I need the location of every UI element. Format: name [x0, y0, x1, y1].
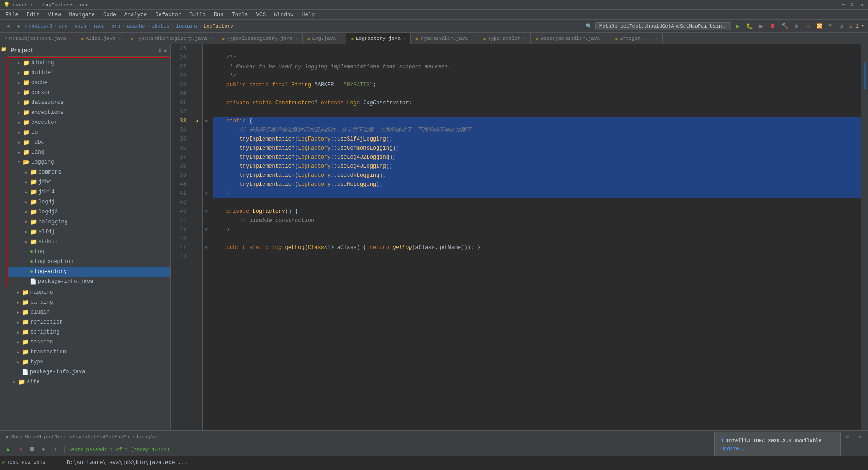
tree-item-logexception[interactable]: ● LogException [8, 257, 170, 267]
search-everywhere-icon[interactable]: 🔍 [585, 22, 594, 31]
code-content[interactable]: /** * Marker to be used by logging imple… [210, 44, 861, 430]
tree-item-session[interactable]: ▶ 📁 session [7, 337, 170, 347]
tree-item-log-file[interactable]: ● Log [8, 247, 170, 257]
menu-item-run[interactable]: Run [210, 11, 227, 19]
breadcrumb-apache[interactable]: apache [127, 24, 145, 29]
tab-close-icon[interactable]: ✕ [655, 36, 658, 41]
fold-arrow-47[interactable]: ▼ [203, 243, 210, 252]
tab-logfactory[interactable]: ☕ LogFactory.java ✕ [346, 33, 411, 44]
menu-item-help[interactable]: Help [298, 11, 318, 19]
tab-close-icon[interactable]: ✕ [603, 36, 605, 41]
tab-close-icon[interactable]: ✕ [471, 36, 473, 41]
run-configuration[interactable]: MetaObjectTest.shouldGetAndSetMapPairUsi… [595, 22, 731, 30]
menu-item-navigate[interactable]: Navigate [65, 11, 99, 19]
tab-close-icon[interactable]: ✕ [295, 36, 298, 41]
run-again-button[interactable]: ▶ [4, 445, 14, 455]
tab-close-icon[interactable]: ✕ [210, 36, 212, 41]
more-options-button[interactable]: ⚠ [803, 21, 813, 31]
stop-run-button[interactable]: ⏹ [27, 445, 37, 455]
tree-item-exceptions[interactable]: ▶ 📁 exceptions [8, 108, 170, 118]
menu-item-edit[interactable]: Edit [23, 11, 43, 19]
breadcrumb-org[interactable]: org [111, 24, 120, 29]
nav-forward-button[interactable]: ▶ [14, 22, 24, 31]
fold-arrow-43[interactable]: ▼ [203, 207, 210, 216]
stop-button[interactable]: ⏹ [768, 21, 778, 31]
test-item-meta[interactable]: ✓ Meta 25ms [2, 467, 61, 470]
tree-item-logfactory-file[interactable]: ● LogFactory [8, 267, 170, 277]
tree-item-jdk14[interactable]: ▶ 📁 jdk14 [8, 187, 170, 197]
menu-item-file[interactable]: File [2, 11, 22, 19]
frame-deactivated-button[interactable]: ⊞ [837, 22, 846, 31]
tree-item-type[interactable]: ▶ 📁 type [7, 357, 170, 367]
breadcrumb-logging[interactable]: logging [176, 24, 197, 29]
tab-close-icon[interactable]: ✕ [523, 36, 526, 41]
breadcrumb-ibatis[interactable]: ibatis [151, 24, 170, 29]
tree-item-slf4j[interactable]: ▶ 📁 slf4j [8, 227, 170, 237]
breadcrumb-java[interactable]: java [93, 24, 104, 29]
menu-item-tools[interactable]: Tools [228, 11, 252, 19]
tree-item-mapping[interactable]: ▶ 📁 mapping [7, 287, 170, 297]
tab-close-icon[interactable]: ✕ [118, 36, 121, 41]
tab-typealiasregistry[interactable]: ☕ TypeAliasRegistry.java ✕ [217, 33, 303, 44]
sort-button[interactable]: ↕ [51, 445, 61, 455]
tree-item-parsing[interactable]: ▶ 📁 parsing [7, 297, 170, 307]
tree-item-jdbc[interactable]: ▶ 📁 jdbc [8, 137, 170, 147]
fold-arrow-33[interactable]: ▼ [203, 117, 210, 126]
menu-item-window[interactable]: Window [270, 11, 297, 19]
menu-item-analyze[interactable]: Analyze [121, 11, 151, 19]
breadcrumb-main[interactable]: main [74, 24, 86, 29]
rerun-failed-button[interactable]: ↺ [15, 445, 25, 455]
tab-metaobjecttest[interactable]: ✓ MetaObjectTest.java ✕ [0, 33, 76, 44]
breadcrumb-src[interactable]: src [59, 24, 68, 29]
vcs-button[interactable]: 🔀 [815, 22, 824, 31]
tree-item-commons[interactable]: ▶ 📁 commons [8, 167, 170, 177]
tree-item-site[interactable]: ▶ 📁 site [7, 377, 170, 387]
tab-close-icon[interactable]: ✕ [339, 36, 341, 41]
project-icon[interactable]: 📁 [0, 46, 7, 52]
tree-item-logging[interactable]: ▼ 📂 logging [8, 157, 170, 167]
menu-item-code[interactable]: Code [99, 11, 120, 19]
tree-item-nologging[interactable]: ▶ 📁 nologging [8, 217, 170, 227]
tree-item-transaction[interactable]: ▶ 📁 transaction [7, 347, 170, 357]
tree-item-lang[interactable]: ▶ 📁 lang [8, 147, 170, 157]
tree-item-cursor[interactable]: ▶ 📁 cursor [8, 88, 170, 98]
tree-item-plugin[interactable]: ▶ 📁 plugin [7, 307, 170, 317]
tab-typehandler[interactable]: ☕ TypeHandler.java ✕ [411, 33, 478, 44]
fold-arrow-41[interactable]: ▼ [203, 189, 210, 198]
sidebar-collapse-icon[interactable]: ≡ [164, 47, 167, 54]
test-item-root[interactable]: ✓ Test Res 25ms [2, 458, 61, 467]
settings-button[interactable]: ⚙ [792, 21, 802, 31]
tab-basetypehandler[interactable]: ☕ BaseTypeHandler.java ✕ [531, 33, 610, 44]
tree-item-datasource[interactable]: ▶ 📁 datasource [8, 98, 170, 108]
debug-button[interactable]: 🐛 [745, 21, 755, 31]
tab-close-icon[interactable]: ✕ [69, 36, 71, 41]
tree-item-package-info2[interactable]: 📄 package-info.java [7, 367, 170, 377]
tab-log[interactable]: ☕ Log.java ✕ [303, 33, 346, 44]
maximize-button[interactable]: □ [850, 2, 855, 8]
tree-item-stdout[interactable]: ▶ 📁 stdout [8, 237, 170, 247]
menu-item-vcs[interactable]: VCS [253, 11, 270, 19]
tree-item-builder[interactable]: ▶ 📁 builder [8, 68, 170, 78]
tree-item-package-info[interactable]: 📄 package-info.java [8, 277, 170, 287]
run-with-coverage-button[interactable]: ▶ [756, 21, 766, 31]
run-button[interactable]: ▶ [733, 21, 743, 31]
notification-link[interactable]: Update... [721, 446, 834, 451]
tab-typehandlerregistry[interactable]: ☕ TypeHandlerRegistry.java ✕ [126, 33, 217, 44]
settings-tab-btn[interactable]: ⚙ [841, 432, 854, 442]
nav-back-button[interactable]: ◀ [4, 22, 13, 31]
code-editor[interactable]: 25 26 27 28 29 30 31 32 33 34 35 36 37 3… [171, 44, 861, 430]
menu-item-view[interactable]: View [44, 11, 65, 19]
update-button[interactable]: ⟳ [826, 22, 835, 31]
code-area[interactable]: 25 26 27 28 29 30 31 32 33 34 35 36 37 3… [171, 44, 861, 430]
filter-button[interactable]: ⊞ [39, 445, 49, 455]
close-panel-btn[interactable]: ✕ [854, 432, 866, 442]
tab-typehandler2[interactable]: ☕ TypeHandler ✕ [478, 33, 531, 44]
tree-item-executor[interactable]: ▶ 📁 executor [8, 118, 170, 127]
close-button[interactable]: ✕ [859, 2, 864, 8]
bottom-tab-run[interactable]: ▶ Run: MetaObjectTest.shouldGetAndSetMap… [2, 432, 165, 442]
tab-close-icon[interactable]: ✕ [403, 36, 406, 41]
menu-item-refactor[interactable]: Refactor [151, 11, 185, 19]
tree-item-jdbc2[interactable]: ▶ 📁 jdbc [8, 177, 170, 187]
fold-arrow-45[interactable]: ▼ [203, 225, 210, 234]
tree-item-log4j[interactable]: ▶ 📁 log4j [8, 197, 170, 207]
